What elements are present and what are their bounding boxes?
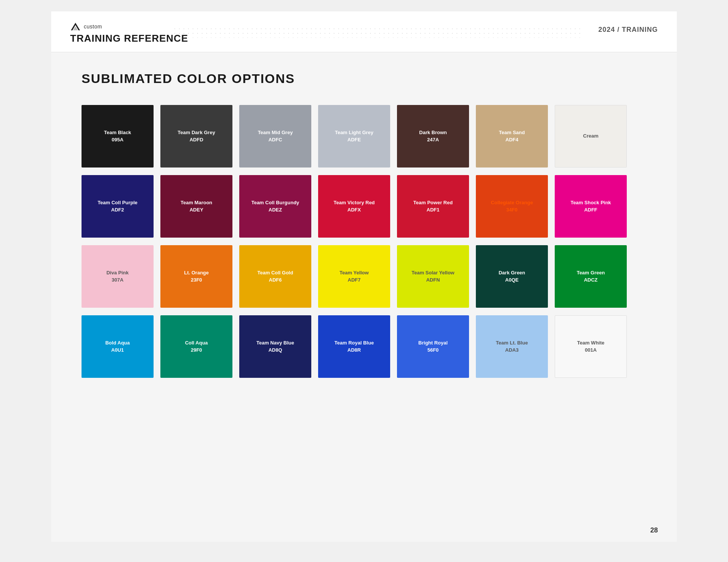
swatch-label-3-5: Team Lt. Blue ADA3 xyxy=(493,340,531,353)
header-left: custom TRAINING REFERENCE xyxy=(70,22,188,44)
swatch-label-2-6: Team Green ADCZ xyxy=(574,269,608,283)
swatch-label-2-0: Diva Pink 307A xyxy=(104,269,132,283)
color-row-1: Team Coll Purple ADF2Team Maroon ADEYTea… xyxy=(82,175,646,238)
page-title-header: TRAINING REFERENCE xyxy=(70,33,188,44)
color-swatch-3-4: Bright Royal 56F0 xyxy=(397,315,469,378)
swatch-label-3-1: Coll Aqua 29F0 xyxy=(182,340,211,353)
color-swatch-1-3: Team Victory Red ADFX xyxy=(318,175,390,238)
swatch-label-3-0: Bold Aqua A0U1 xyxy=(102,340,133,353)
color-swatch-0-5: Team Sand ADF4 xyxy=(476,105,548,168)
swatch-label-1-0: Team Coll Purple ADF2 xyxy=(94,199,140,213)
swatch-label-1-6: Team Shock Pink ADFF xyxy=(568,199,614,213)
color-swatch-0-6: Cream xyxy=(555,105,627,168)
logo-custom-text: custom xyxy=(84,23,102,30)
color-row-3: Bold Aqua A0U1Coll Aqua 29F0Team Navy Bl… xyxy=(82,315,646,378)
swatch-label-2-5: Dark Green A0QE xyxy=(496,269,528,283)
swatch-label-1-2: Team Coll Burgundy ADEZ xyxy=(248,199,302,213)
swatch-label-0-3: Team Light Grey ADFE xyxy=(332,129,377,143)
color-swatch-0-0: Team Black 095A xyxy=(82,105,154,168)
header-dots-decoration xyxy=(173,27,582,38)
color-grid: Team Black 095ATeam Dark Grey ADFDTeam M… xyxy=(82,105,646,378)
page: custom TRAINING REFERENCE 2024 / TRAININ… xyxy=(51,11,677,542)
color-swatch-0-4: Dark Brown 247A xyxy=(397,105,469,168)
swatch-label-2-1: Lt. Orange 23F0 xyxy=(181,269,212,283)
color-swatch-2-3: Team Yellow ADF7 xyxy=(318,245,390,308)
color-swatch-2-2: Team Coll Gold ADF6 xyxy=(239,245,311,308)
color-swatch-2-0: Diva Pink 307A xyxy=(82,245,154,308)
swatch-label-3-3: Team Royal Blue AD8R xyxy=(331,340,377,353)
swatch-label-0-2: Team Mid Grey ADFC xyxy=(255,129,296,143)
color-row-0: Team Black 095ATeam Dark Grey ADFDTeam M… xyxy=(82,105,646,168)
color-swatch-3-5: Team Lt. Blue ADA3 xyxy=(476,315,548,378)
color-swatch-3-3: Team Royal Blue AD8R xyxy=(318,315,390,378)
color-swatch-3-0: Bold Aqua A0U1 xyxy=(82,315,154,378)
logo-row: custom xyxy=(70,22,188,31)
color-swatch-1-5: Collegiate Orange 34F0 xyxy=(476,175,548,238)
color-swatch-1-6: Team Shock Pink ADFF xyxy=(555,175,627,238)
color-swatch-1-0: Team Coll Purple ADF2 xyxy=(82,175,154,238)
color-swatch-2-5: Dark Green A0QE xyxy=(476,245,548,308)
swatch-label-1-1: Team Maroon ADEY xyxy=(177,199,215,213)
color-swatch-3-1: Coll Aqua 29F0 xyxy=(160,315,232,378)
swatch-label-1-4: Team Power Red ADF1 xyxy=(410,199,456,213)
swatch-label-3-6: Team White 001A xyxy=(574,340,607,353)
swatch-label-2-3: Team Yellow ADF7 xyxy=(337,269,372,283)
adidas-logo-icon xyxy=(70,22,81,31)
color-swatch-3-6: Team White 001A xyxy=(555,315,627,378)
swatch-label-3-2: Team Navy Blue AD8Q xyxy=(253,340,297,353)
swatch-label-2-2: Team Coll Gold ADF6 xyxy=(254,269,296,283)
color-swatch-0-3: Team Light Grey ADFE xyxy=(318,105,390,168)
section-title: SUBLIMATED COLOR OPTIONS xyxy=(82,71,646,86)
swatch-label-0-0: Team Black 095A xyxy=(101,129,134,143)
swatch-label-0-1: Team Dark Grey ADFD xyxy=(175,129,218,143)
color-row-2: Diva Pink 307ALt. Orange 23F0Team Coll G… xyxy=(82,245,646,308)
color-swatch-3-2: Team Navy Blue AD8Q xyxy=(239,315,311,378)
page-number: 28 xyxy=(650,526,658,534)
swatch-label-0-5: Team Sand ADF4 xyxy=(496,129,528,143)
color-swatch-1-2: Team Coll Burgundy ADEZ xyxy=(239,175,311,238)
color-swatch-1-1: Team Maroon ADEY xyxy=(160,175,232,238)
color-swatch-2-1: Lt. Orange 23F0 xyxy=(160,245,232,308)
main-content: SUBLIMATED COLOR OPTIONS Team Black 095A… xyxy=(51,52,677,401)
swatch-label-3-4: Bright Royal 56F0 xyxy=(415,340,450,353)
color-swatch-2-4: Team Solar Yellow ADFN xyxy=(397,245,469,308)
swatch-label-1-3: Team Victory Red ADFX xyxy=(331,199,378,213)
color-swatch-0-2: Team Mid Grey ADFC xyxy=(239,105,311,168)
swatch-label-0-4: Dark Brown 247A xyxy=(416,129,450,143)
color-swatch-1-4: Team Power Red ADF1 xyxy=(397,175,469,238)
swatch-label-1-5: Collegiate Orange 34F0 xyxy=(488,199,536,213)
swatch-label-0-6: Cream xyxy=(580,133,601,139)
year-section: 2024 / TRAINING xyxy=(598,22,658,34)
color-swatch-0-1: Team Dark Grey ADFD xyxy=(160,105,232,168)
color-swatch-2-6: Team Green ADCZ xyxy=(555,245,627,308)
header: custom TRAINING REFERENCE 2024 / TRAININ… xyxy=(51,11,677,52)
swatch-label-2-4: Team Solar Yellow ADFN xyxy=(409,269,458,283)
